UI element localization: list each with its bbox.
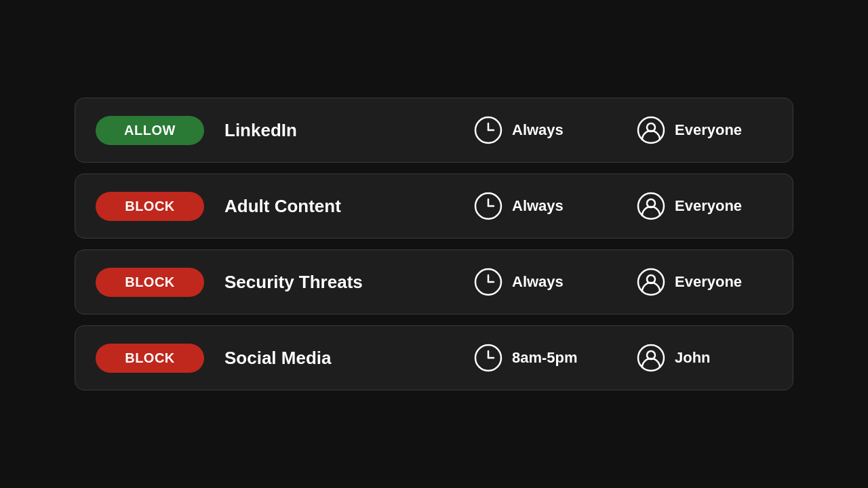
- user-item-2: Everyone: [637, 192, 772, 220]
- action-badge-3: BLOCK: [96, 268, 204, 297]
- user-item-1: Everyone: [637, 116, 772, 144]
- rules-list: ALLOW LinkedIn Always: [75, 98, 793, 390]
- rule-card-1[interactable]: ALLOW LinkedIn Always: [75, 98, 793, 163]
- rule-meta-3: Always Everyone: [474, 268, 772, 296]
- rule-name-4: Social Media: [224, 348, 474, 369]
- user-icon-1: [637, 116, 665, 144]
- user-item-4: John: [637, 344, 772, 372]
- time-item-2: Always: [474, 192, 610, 220]
- time-item-3: Always: [474, 268, 610, 296]
- user-icon-3: [637, 268, 665, 296]
- rule-card-4[interactable]: BLOCK Social Media 8am-5pm: [75, 325, 793, 390]
- user-label-2: Everyone: [675, 197, 742, 215]
- rule-card-2[interactable]: BLOCK Adult Content Always: [75, 174, 793, 239]
- rule-name-2: Adult Content: [224, 196, 474, 217]
- user-item-3: Everyone: [637, 268, 772, 296]
- rule-card-3[interactable]: BLOCK Security Threats Always: [75, 249, 793, 314]
- rule-meta-1: Always Everyone: [474, 116, 772, 144]
- clock-icon-1: [474, 116, 502, 144]
- rule-meta-2: Always Everyone: [474, 192, 772, 220]
- user-label-4: John: [675, 349, 711, 367]
- user-icon-4: [637, 344, 665, 372]
- time-label-1: Always: [512, 121, 564, 139]
- time-item-4: 8am-5pm: [474, 344, 610, 372]
- user-label-1: Everyone: [675, 121, 742, 139]
- time-label-3: Always: [512, 273, 564, 291]
- time-label-4: 8am-5pm: [512, 349, 578, 367]
- time-label-2: Always: [512, 197, 564, 215]
- clock-icon-2: [474, 192, 502, 220]
- user-label-3: Everyone: [675, 273, 742, 291]
- rule-meta-4: 8am-5pm John: [474, 344, 772, 372]
- clock-icon-4: [474, 344, 502, 372]
- user-icon-2: [637, 192, 665, 220]
- action-badge-2: BLOCK: [96, 192, 204, 221]
- rule-name-3: Security Threats: [224, 272, 474, 293]
- action-badge-4: BLOCK: [96, 344, 204, 373]
- clock-icon-3: [474, 268, 502, 296]
- rule-name-1: LinkedIn: [224, 120, 474, 141]
- time-item-1: Always: [474, 116, 610, 144]
- action-badge-1: ALLOW: [96, 116, 204, 145]
